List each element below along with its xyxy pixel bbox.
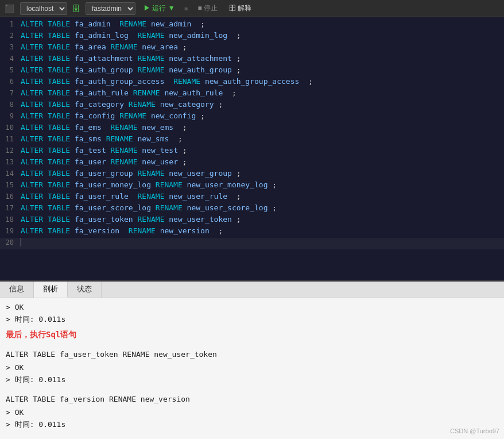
code-line: 15ALTER TABLE fa_user_money_log RENAME n… — [0, 180, 504, 192]
run-button[interactable]: ▶ 运行 ▼ — [140, 2, 179, 14]
line-number: 16 — [0, 192, 21, 201]
line-number: 6 — [0, 78, 21, 86]
tab-剖析[interactable]: 剖析 — [34, 282, 68, 298]
code-line: 6ALTER TABLE fa_auth_group_access RENAME… — [0, 77, 504, 88]
tab-信息[interactable]: 信息 — [0, 282, 34, 298]
line-content: ALTER TABLE fa_auth_group_access RENAME … — [21, 77, 504, 86]
line-number: 7 — [0, 89, 21, 97]
line-number: 15 — [0, 181, 21, 189]
time-line: > 时间: 0.011s — [6, 314, 498, 326]
line-content: ALTER TABLE fa_version RENAME new_versio… — [21, 226, 504, 235]
line-content: ALTER TABLE fa_user_money_log RENAME new… — [21, 180, 504, 189]
ok-line: > OK — [6, 407, 498, 419]
output-area: > OK> 时间: 0.011s最后，执行Sql语句ALTER TABLE fa… — [0, 298, 504, 439]
host-icon: ⬛ — [5, 4, 14, 13]
host-select[interactable]: localhost — [20, 2, 67, 15]
line-content: ALTER TABLE fa_attachment RENAME new_att… — [21, 54, 504, 63]
line-number: 10 — [0, 124, 21, 132]
line-number: 8 — [0, 101, 21, 109]
stop-button[interactable]: ■ 停止 — [194, 2, 221, 14]
line-content: ALTER TABLE fa_user_group RENAME new_use… — [21, 169, 504, 178]
line-number: 1 — [0, 20, 21, 28]
time-line: > 时间: 0.011s — [6, 419, 498, 431]
tab-bar: 信息剖析状态 — [0, 282, 504, 298]
line-content: ALTER TABLE fa_sms RENAME new_sms ; — [21, 134, 504, 143]
code-line: 16ALTER TABLE fa_user_rule RENAME new_us… — [0, 192, 504, 203]
line-content: ALTER TABLE fa_config RENAME new_config … — [21, 111, 504, 120]
bottom-panel: 信息剖析状态 > OK> 时间: 0.011s最后，执行Sql语句ALTER T… — [0, 282, 504, 439]
explain-button[interactable]: 昍 解释 — [226, 2, 255, 14]
line-number: 13 — [0, 158, 21, 166]
line-content: ALTER TABLE fa_user_token RENAME new_use… — [21, 215, 504, 224]
line-content: ALTER TABLE fa_auth_group RENAME new_aut… — [21, 66, 504, 74]
line-content: ALTER TABLE fa_admin_log RENAME new_admi… — [21, 31, 504, 40]
line-number: 12 — [0, 147, 21, 155]
line-number: 3 — [0, 43, 21, 51]
line-content: ALTER TABLE fa_admin RENAME new_admin ; — [21, 20, 504, 28]
ok-line: > OK — [6, 362, 498, 374]
code-line: 18ALTER TABLE fa_user_token RENAME new_u… — [0, 215, 504, 226]
code-line: 2ALTER TABLE fa_admin_log RENAME new_adm… — [0, 31, 504, 43]
code-line: 19ALTER TABLE fa_version RENAME new_vers… — [0, 226, 504, 238]
code-line: 20 — [0, 238, 504, 249]
line-number: 14 — [0, 170, 21, 178]
editor-area[interactable]: 1ALTER TABLE fa_admin RENAME new_admin ;… — [0, 17, 504, 282]
line-content: ALTER TABLE fa_category RENAME new_categ… — [21, 100, 504, 109]
code-line: 4ALTER TABLE fa_attachment RENAME new_at… — [0, 54, 504, 66]
line-content: ALTER TABLE fa_user RENAME new_user ; — [21, 157, 504, 166]
line-number: 5 — [0, 66, 21, 74]
ok-line: > OK — [6, 302, 498, 314]
code-line: 1ALTER TABLE fa_admin RENAME new_admin ; — [0, 20, 504, 31]
line-number: 11 — [0, 135, 21, 143]
watermark: CSDN @Turbo97 — [450, 428, 499, 434]
line-content: ALTER TABLE fa_user_score_log RENAME new… — [21, 203, 504, 212]
code-line: 9ALTER TABLE fa_config RENAME new_config… — [0, 111, 504, 123]
highlight-text: 最后，执行Sql语句 — [6, 328, 498, 341]
line-number: 9 — [0, 112, 21, 120]
line-number: 19 — [0, 227, 21, 235]
db-select[interactable]: fastadmin — [86, 2, 135, 15]
code-line: 14ALTER TABLE fa_user_group RENAME new_u… — [0, 169, 504, 180]
code-line: 17ALTER TABLE fa_user_score_log RENAME n… — [0, 203, 504, 215]
line-number: 20 — [0, 238, 21, 247]
sql-statement: ALTER TABLE fa_version RENAME new_versio… — [6, 394, 498, 406]
line-content: ALTER TABLE fa_user_rule RENAME new_user… — [21, 192, 504, 201]
line-number: 17 — [0, 204, 21, 212]
sql-statement: ALTER TABLE fa_user_token RENAME new_use… — [6, 349, 498, 361]
code-line: 5ALTER TABLE fa_auth_group RENAME new_au… — [0, 66, 504, 77]
line-content — [21, 238, 504, 247]
line-content: ALTER TABLE fa_ems RENAME new_ems ; — [21, 123, 504, 132]
line-number: 2 — [0, 32, 21, 40]
line-content: ALTER TABLE fa_auth_rule RENAME new_auth… — [21, 88, 504, 97]
code-line: 3ALTER TABLE fa_area RENAME new_area ; — [0, 43, 504, 54]
line-content: ALTER TABLE fa_test RENAME new_test ; — [21, 146, 504, 155]
code-line: 13ALTER TABLE fa_user RENAME new_user ; — [0, 157, 504, 169]
time-line: > 时间: 0.011s — [6, 374, 498, 386]
db-icon: 🗄 — [72, 4, 80, 13]
code-line: 10ALTER TABLE fa_ems RENAME new_ems ; — [0, 123, 504, 134]
divider: ▪ — [184, 4, 189, 13]
tab-状态[interactable]: 状态 — [68, 282, 102, 298]
code-line: 11ALTER TABLE fa_sms RENAME new_sms ; — [0, 134, 504, 146]
code-line: 8ALTER TABLE fa_category RENAME new_cate… — [0, 100, 504, 111]
toolbar: ⬛ localhost 🗄 fastadmin ▶ 运行 ▼ ▪ ■ 停止 昍 … — [0, 0, 504, 17]
line-number: 18 — [0, 215, 21, 224]
line-content: ALTER TABLE fa_area RENAME new_area ; — [21, 43, 504, 51]
code-line: 12ALTER TABLE fa_test RENAME new_test ; — [0, 146, 504, 157]
line-number: 4 — [0, 55, 21, 63]
code-line: 7ALTER TABLE fa_auth_rule RENAME new_aut… — [0, 88, 504, 100]
